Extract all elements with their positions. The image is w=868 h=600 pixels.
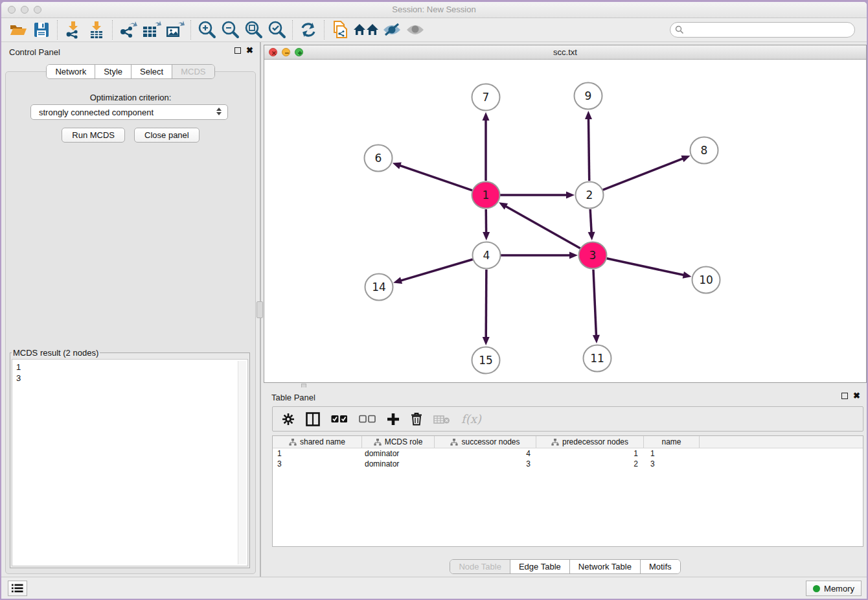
result-line: 3 [16,373,244,384]
result-line: 1 [16,362,244,373]
eye-slash-icon [382,23,402,37]
tab-network[interactable]: Network [47,65,95,78]
zoom-out-button[interactable] [218,19,242,40]
tab-select[interactable]: Select [131,65,172,78]
save-session-button[interactable] [30,19,53,40]
graph-node-label: 8 [701,144,708,157]
graph-edge-3-10[interactable] [606,259,683,275]
column-header-successor-nodes[interactable]: successor nodes [435,436,536,448]
column-header-name[interactable]: name [644,436,700,448]
column-header-predecessor-nodes[interactable]: predecessor nodes [536,436,644,448]
cell-name[interactable]: 3 [644,459,700,469]
tab-style[interactable]: Style [95,65,131,78]
graph-edge-2-3[interactable] [590,209,591,233]
tab-motifs[interactable]: Motifs [641,560,680,573]
cell-successor-nodes[interactable]: 4 [435,448,536,459]
create-column-button[interactable] [387,413,400,426]
export-image-button[interactable] [163,19,187,40]
control-panel-title: Control Panel [9,47,60,57]
graph-edge-2-8[interactable] [602,159,683,190]
optimization-criterion-select[interactable]: strongly connected component [30,104,228,120]
open-session-button[interactable] [6,19,30,40]
graph-edge-3-11[interactable] [593,270,596,336]
unchecked-boxes-icon [359,415,376,424]
table-options-button[interactable] [282,413,295,426]
graph-edge-arrowhead [569,252,578,259]
toolbar-separator [292,20,293,40]
delete-table-button [433,414,450,424]
memory-button[interactable]: Memory [806,581,862,596]
graph-edge-arrowhead [393,162,402,168]
zoom-selected-button[interactable] [265,19,288,40]
zoom-fit-button[interactable] [242,19,265,40]
graph-edge-3-1[interactable] [505,206,580,248]
deselect-all-button[interactable] [359,415,376,424]
run-mcds-button[interactable]: Run MCDS [62,128,125,143]
close-table-panel-icon[interactable]: ✖ [853,393,860,399]
tab-mcds[interactable]: MCDS [172,65,214,78]
main-area: Control Panel ✖ Network Style Select MCD… [1,42,867,577]
cell-predecessor-nodes[interactable]: 1 [536,448,644,459]
table-tabs: Node Table Edge Table Network Table Moti… [264,559,867,574]
export-table-button[interactable] [140,19,163,40]
home-button[interactable] [352,19,380,40]
table-panel: Table Panel ✖ [264,387,867,577]
table-toolbar: f(x) [272,406,863,432]
float-table-panel-icon[interactable] [841,393,848,399]
column-type-icon [450,439,458,446]
export-network-button[interactable] [117,19,140,40]
toolbar-separator [324,20,325,40]
cell-shared-name[interactable]: 1 [273,448,362,459]
cell-mcds-role[interactable]: dominator [362,448,435,459]
show-graphics-details-button [404,19,427,40]
tab-node-table[interactable]: Node Table [450,560,510,573]
close-panel-button[interactable]: Close panel [134,128,200,143]
hide-graphics-details-button[interactable] [380,19,404,40]
tab-edge-table[interactable]: Edge Table [510,560,570,573]
graph-edge-2-9[interactable] [588,119,589,181]
cell-successor-nodes[interactable]: 3 [435,459,536,469]
column-label: name [661,437,681,446]
graph-edge-4-14[interactable] [401,259,473,281]
column-header-mcds-role[interactable]: MCDS role [362,436,435,448]
import-network-button[interactable] [62,19,85,40]
panel-splitter-handle[interactable] [257,301,263,318]
import-table-button[interactable] [85,19,108,40]
table-row[interactable]: 3 dominator 3 2 3 [273,459,863,469]
graph-edge-1-6[interactable] [400,165,472,190]
table-row[interactable]: 1 dominator 4 1 1 [273,448,863,459]
zoom-fit-icon [244,20,263,40]
cell-mcds-role[interactable]: dominator [362,459,435,469]
node-table: shared name MCDS role [272,435,863,547]
column-type-icon [374,439,382,446]
toolbar-separator [190,20,191,40]
result-scrollbar[interactable] [238,361,246,564]
refresh-button[interactable] [297,19,320,40]
network-window: scc.txt 7968124314101511 [264,45,867,383]
column-header-shared-name[interactable]: shared name [273,436,362,448]
cell-predecessor-nodes[interactable]: 2 [536,459,644,469]
toolbar-separator [112,20,113,40]
zoom-in-button[interactable] [195,19,218,40]
select-stepper-icon [216,108,222,115]
app-window: Session: New Session [1,2,867,599]
mcds-result-text[interactable]: 1 3 [12,359,248,566]
graph-edge-arrowhead [483,232,490,240]
float-panel-icon[interactable] [234,47,241,54]
graph-edge-arrowhead [683,271,692,279]
show-columns-button[interactable] [306,412,320,426]
search-input[interactable] [670,22,855,38]
cell-shared-name[interactable]: 3 [273,459,362,469]
network-from-selection-button[interactable] [328,19,352,40]
delete-columns-button[interactable] [411,412,422,426]
cell-name[interactable]: 1 [644,448,700,459]
network-graph[interactable]: 7968124314101511 [264,60,866,382]
graph-node-label: 4 [483,249,490,262]
network-window-titlebar[interactable]: scc.txt [264,45,866,60]
graph-edge-4-15[interactable] [486,270,486,338]
graph-node-label: 11 [590,352,604,365]
select-all-button[interactable] [331,415,348,424]
close-panel-icon[interactable]: ✖ [246,47,253,54]
task-history-button[interactable] [8,581,27,596]
tab-network-table[interactable]: Network Table [570,560,641,573]
